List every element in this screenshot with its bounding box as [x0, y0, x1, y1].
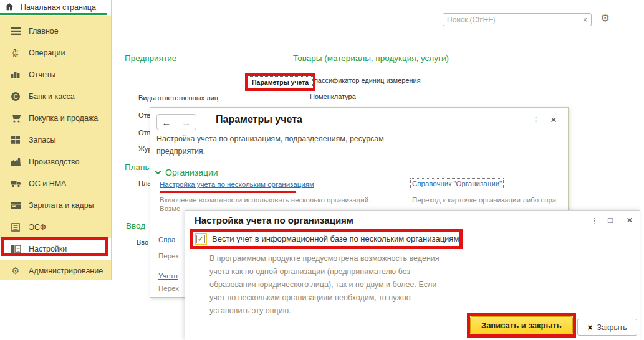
sidebar-item-esf[interactable]: ЭСФ [0, 216, 111, 238]
dialog2-description: В программном продукте предусмотрена воз… [209, 252, 446, 318]
close-button[interactable]: × Закрыть [577, 319, 637, 336]
link-accounting-parameters[interactable]: Параметры учета [248, 76, 313, 88]
home-icon [5, 2, 14, 11]
search-input[interactable] [443, 14, 579, 26]
desc-multi-org-2: Возмс [160, 205, 180, 212]
sidebar-item-main[interactable]: Главное [0, 20, 111, 42]
section-organizations[interactable]: Организации [156, 168, 218, 177]
sidebar-item-reports[interactable]: Отчеты [0, 64, 111, 85]
payroll-icon [9, 200, 22, 211]
chevron-down-icon [155, 169, 161, 175]
link-units-classifier[interactable]: Классификатор единиц измерения [310, 77, 421, 84]
link-clipped-entry[interactable]: Вво [137, 238, 148, 246]
annotation-red-box-accounting-params: Параметры учета [245, 73, 315, 91]
desc-clipped-2: Перех [158, 285, 179, 292]
save-and-close-button[interactable]: Записать и закрыть [470, 316, 573, 334]
svg-text:C: C [13, 93, 17, 100]
factory-icon [9, 156, 22, 168]
bar-chart-icon [9, 69, 22, 80]
link-clipped-2[interactable]: Отв [138, 129, 150, 136]
search-clear-icon[interactable]: × [579, 14, 591, 26]
annotation-red-box-checkbox: ✓ Вести учет в информационной базе по не… [190, 229, 463, 249]
search-box: × [443, 13, 592, 26]
app-window: Начальная страница Главное ДтКт Операции… [0, 0, 644, 340]
multi-org-checkbox-label[interactable]: Вести учет в информационной базе по неск… [212, 234, 459, 243]
sidebar-item-payroll-hr[interactable]: Зарплата и кадры [0, 194, 111, 216]
multi-org-checkbox[interactable]: ✓ [196, 235, 205, 243]
dialog1-close-icon[interactable]: × [550, 115, 557, 125]
dialog-multi-org-setup: Настройка учета по организациям ⋮ □ × ✓ … [185, 210, 640, 340]
grid-icon [9, 135, 22, 146]
link-clipped-1[interactable]: Отв [138, 111, 150, 119]
dialog2-title: Настройка учета по организациям [195, 215, 353, 225]
desc-org-catalog: Переход к карточке организации либо спра [412, 196, 556, 204]
close-x-icon: × [587, 323, 592, 332]
tab-strip: Начальная страница [0, 0, 112, 16]
link-multi-org-setup[interactable]: Настройка учета по нескольким организаци… [160, 181, 314, 188]
sidebar-item-fixed-assets[interactable]: ОС и НМА [0, 172, 111, 194]
sidebar-item-operations[interactable]: ДтКт Операции [0, 42, 111, 64]
document-icon [9, 222, 22, 233]
dialog1-more-icon[interactable]: ⋮ [532, 116, 540, 124]
checkbox-focus-ring: ✓ [195, 233, 207, 245]
section-enterprise: Предприятие [125, 54, 176, 63]
forward-arrow-icon[interactable]: → [176, 115, 196, 130]
nav-buttons: ← → [156, 114, 196, 130]
link-nomenclature[interactable]: Номенклатура [310, 93, 356, 100]
desc-clipped-1: Перех [158, 252, 179, 260]
dialog2-maximize-icon[interactable]: □ [608, 215, 613, 225]
dialog2-more-icon[interactable]: ⋮ [590, 217, 598, 225]
section-entry: Ввод [126, 221, 145, 230]
sidebar-item-inventory[interactable]: Запасы [0, 129, 111, 151]
link-org-catalog[interactable]: Справочник "Организации" [412, 180, 502, 187]
cart-icon [9, 113, 22, 124]
sidebar-item-bank-cash[interactable]: C Банк и касса [0, 85, 111, 107]
sidebar: Главное ДтКт Операции Отчеты C Банк и ка… [0, 16, 112, 280]
ledger-icon [9, 243, 22, 255]
gear-icon: ⚙ [9, 265, 22, 276]
link-clipped-sprav[interactable]: Спра [158, 236, 175, 243]
section-goods: Товары (материалы, продукция, услуги) [293, 54, 449, 63]
dialog2-close-icon[interactable]: × [627, 215, 633, 225]
dialog1-subtitle: Настройка учета по организациям, подразд… [156, 133, 412, 158]
back-arrow-icon[interactable]: ← [157, 115, 176, 130]
tab-home-page[interactable]: Начальная страница [21, 3, 96, 12]
link-clipped-uchetn[interactable]: Учетн [158, 272, 178, 280]
annotation-red-box-save-button: Записать и закрыть [467, 313, 576, 338]
panel-settings-gear-icon[interactable]: ⚙ [600, 13, 610, 24]
dialog1-title: Параметры учета [216, 114, 302, 125]
sidebar-item-administration[interactable]: ⚙ Администрирование [0, 260, 111, 281]
section-plans: Планы [125, 163, 151, 172]
dtkt-icon: ДтКт [9, 47, 22, 59]
sidebar-item-purchase-sale[interactable]: Покупка и продажа [0, 107, 111, 129]
hamburger-icon [9, 26, 22, 37]
coin-icon: C [9, 91, 22, 102]
annotation-red-underline [160, 191, 296, 193]
desc-multi-org-1: Включение возможности использовать неско… [160, 196, 370, 204]
truck-icon [9, 178, 22, 189]
tab-active-underline [0, 13, 107, 15]
sidebar-item-production[interactable]: Производство [0, 151, 111, 172]
sidebar-item-settings[interactable]: Настройки [0, 238, 111, 260]
link-responsible-person-types[interactable]: Виды ответственных лиц [138, 94, 218, 102]
